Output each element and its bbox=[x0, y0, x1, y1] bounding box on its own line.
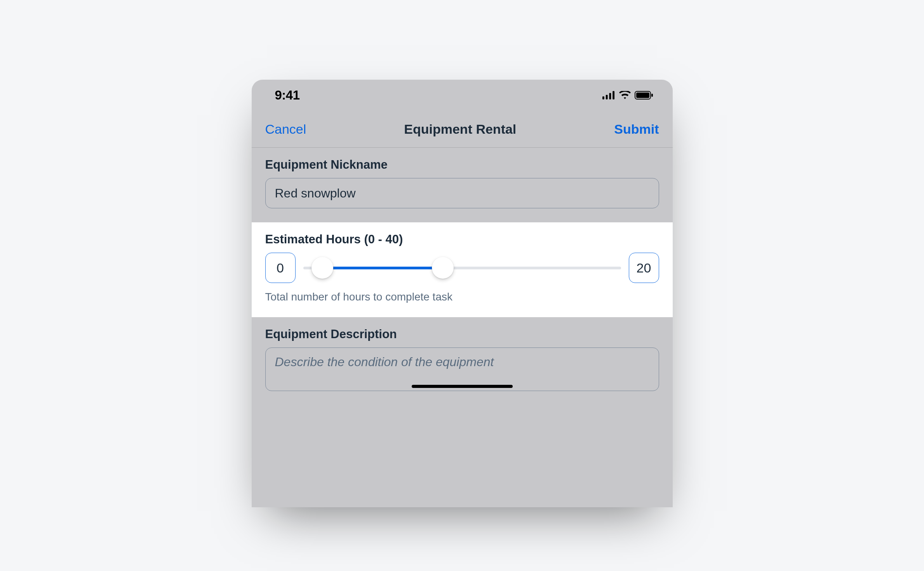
hours-slider-row: 0 20 bbox=[265, 253, 659, 283]
slider-track bbox=[303, 267, 621, 269]
nickname-section: Equipment Nickname bbox=[252, 148, 673, 222]
hours-label: Estimated Hours (0 - 40) bbox=[265, 232, 659, 246]
hours-section: Estimated Hours (0 - 40) 0 20 Total numb… bbox=[252, 222, 673, 317]
hours-slider[interactable] bbox=[303, 256, 621, 279]
slider-thumb-min[interactable] bbox=[311, 257, 333, 279]
slider-thumb-max[interactable] bbox=[432, 257, 454, 279]
home-indicator[interactable] bbox=[412, 385, 513, 388]
svg-rect-6 bbox=[651, 94, 653, 97]
status-bar: 9:41 bbox=[252, 80, 673, 111]
hours-min-value[interactable]: 0 bbox=[265, 253, 296, 283]
svg-rect-2 bbox=[609, 93, 611, 100]
submit-button[interactable]: Submit bbox=[614, 122, 659, 137]
svg-rect-0 bbox=[602, 96, 604, 100]
svg-rect-1 bbox=[606, 95, 607, 100]
battery-icon bbox=[635, 91, 653, 100]
status-time: 9:41 bbox=[275, 88, 300, 103]
nickname-input[interactable] bbox=[265, 178, 659, 208]
status-icons bbox=[602, 91, 653, 100]
nickname-label: Equipment Nickname bbox=[265, 158, 659, 172]
cellular-signal-icon bbox=[602, 91, 615, 100]
phone-frame: 9:41 Cancel Equipment Rental Submit bbox=[252, 80, 673, 507]
cancel-button[interactable]: Cancel bbox=[265, 122, 306, 137]
slider-fill bbox=[322, 267, 443, 269]
hours-max-value[interactable]: 20 bbox=[629, 253, 659, 283]
wifi-icon bbox=[619, 91, 631, 100]
hours-helper-text: Total number of hours to complete task bbox=[265, 291, 659, 303]
description-section: Equipment Description bbox=[252, 317, 673, 393]
svg-rect-5 bbox=[636, 93, 649, 98]
svg-rect-3 bbox=[613, 91, 614, 99]
description-label: Equipment Description bbox=[265, 327, 659, 341]
page-title: Equipment Rental bbox=[404, 122, 516, 137]
nav-bar: Cancel Equipment Rental Submit bbox=[252, 111, 673, 148]
